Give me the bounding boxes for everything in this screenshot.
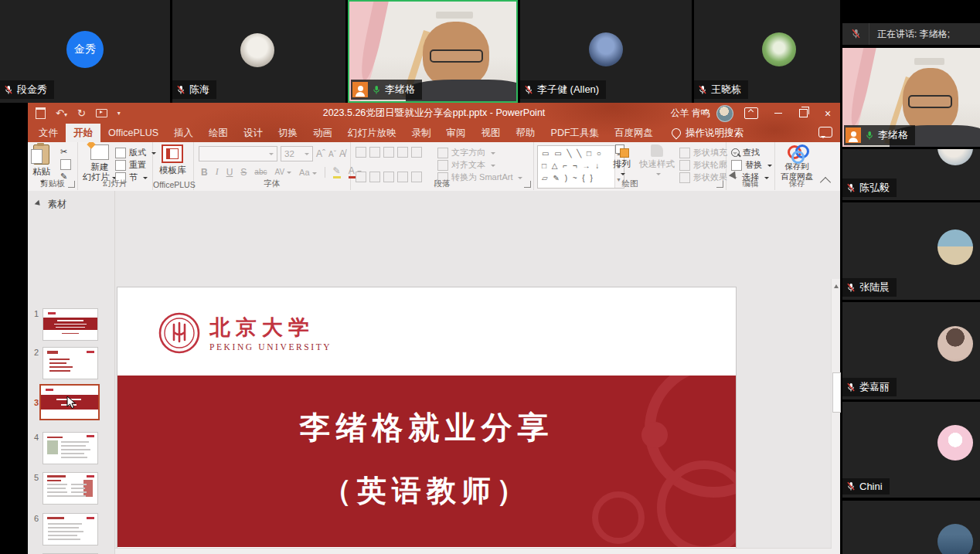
mic-muted-icon bbox=[524, 85, 533, 95]
undo-icon[interactable]: ↶▾ bbox=[56, 107, 67, 119]
decrease-indent-icon[interactable] bbox=[383, 147, 394, 158]
vertical-scrollbar[interactable] bbox=[831, 279, 840, 554]
line-spacing-icon[interactable] bbox=[411, 147, 422, 158]
baidu-netdisk-icon bbox=[787, 144, 807, 160]
tab-transitions[interactable]: 切换 bbox=[271, 124, 305, 142]
mic-muted-icon bbox=[846, 283, 856, 293]
tab-review[interactable]: 审阅 bbox=[439, 124, 474, 142]
participant-name: 李绪格 bbox=[878, 128, 908, 142]
text-direction-button[interactable]: 文字方向 bbox=[437, 147, 495, 158]
qat-customize-icon[interactable]: ▾ bbox=[117, 110, 121, 117]
shrink-font-button[interactable]: Aˇ bbox=[328, 150, 336, 158]
find-button[interactable]: 查找 bbox=[731, 147, 760, 158]
scrollbar-thumb[interactable] bbox=[832, 372, 841, 413]
video-tile-wangxiaodong[interactable]: 王晓栋 bbox=[694, 0, 840, 103]
strikethrough-button[interactable]: S bbox=[240, 167, 247, 178]
meeting-screen: 金秀 段金秀 陈海 李绪格 李子健 (Allen) bbox=[0, 0, 980, 554]
slide-title-line2[interactable]: （英语教师） bbox=[117, 471, 736, 511]
video-tile-chenhai[interactable]: 陈海 bbox=[172, 0, 345, 103]
slideshow-icon[interactable] bbox=[96, 109, 107, 117]
slide-thumbnail-5[interactable] bbox=[43, 472, 98, 505]
restore-icon[interactable] bbox=[791, 103, 815, 124]
new-slide-button[interactable]: 新建 幻灯片 bbox=[83, 144, 117, 183]
underline-button[interactable]: U bbox=[226, 167, 233, 178]
font-size-combo[interactable]: 32 bbox=[281, 146, 313, 161]
slide-thumbnail-2[interactable] bbox=[43, 347, 98, 379]
quick-styles-button[interactable]: 快速样式 bbox=[639, 144, 675, 176]
slide-thumbnail-6[interactable] bbox=[43, 513, 98, 546]
find-icon bbox=[731, 148, 740, 157]
tab-pdf-tools[interactable]: PDF工具集 bbox=[543, 124, 607, 142]
speaking-indicator-text: 正在讲话: 李绪格; bbox=[869, 28, 950, 41]
section-collapse-icon bbox=[35, 199, 45, 209]
layout-button[interactable]: 版式 bbox=[115, 147, 156, 158]
highlight-button[interactable]: ✎ bbox=[333, 165, 341, 178]
template-library-button[interactable]: 模板库 bbox=[159, 144, 186, 176]
slide-thumbnail-4[interactable] bbox=[43, 432, 98, 464]
minimize-icon[interactable] bbox=[766, 103, 791, 124]
tab-home[interactable]: 开始 bbox=[66, 124, 100, 142]
tab-slideshow[interactable]: 幻灯片放映 bbox=[340, 124, 404, 142]
sidebar-tile-lixuge[interactable]: 李绪格 bbox=[842, 48, 980, 147]
video-tile-lizijian[interactable]: 李子健 (Allen) bbox=[520, 0, 692, 103]
tell-me-search[interactable]: 操作说明搜索 bbox=[672, 124, 744, 142]
cut-button[interactable]: ✂ bbox=[60, 147, 67, 157]
video-tile-lixuge-active[interactable]: 李绪格 bbox=[348, 0, 518, 103]
font-name-combo[interactable] bbox=[199, 146, 277, 161]
tab-design[interactable]: 设计 bbox=[236, 124, 271, 142]
ppt-title-bar: ↶▾ ↻ ▾ 2023.5.26党团日暨就业分享会ppt.pptx - Powe… bbox=[28, 103, 840, 142]
tab-help[interactable]: 帮助 bbox=[509, 124, 543, 142]
participant-name-label: 李绪格 bbox=[844, 125, 915, 145]
participant-name-label: 王晓栋 bbox=[694, 80, 748, 99]
slide-canvas[interactable]: 北京大学 PEKING UNIVERSITY 李绪格就业分享 （英语教师） bbox=[117, 287, 736, 554]
align-text-button[interactable]: 对齐文本 bbox=[437, 159, 495, 171]
horizontal-scrollbar[interactable] bbox=[115, 548, 832, 554]
sidebar-tile-chenhongyi[interactable]: 陈弘毅 bbox=[842, 149, 980, 200]
collapse-ribbon-icon[interactable] bbox=[820, 177, 831, 188]
arrange-button[interactable]: 排列 bbox=[613, 144, 631, 176]
sidebar-tile-chini[interactable]: Chini bbox=[842, 402, 980, 498]
tab-officeplus[interactable]: OfficePLUS bbox=[100, 124, 166, 142]
bold-button[interactable]: B bbox=[201, 167, 208, 178]
account-name[interactable]: 公羊 肯鸣 bbox=[671, 107, 710, 120]
tab-animations[interactable]: 动画 bbox=[305, 124, 340, 142]
save-icon[interactable] bbox=[36, 107, 46, 119]
bullets-icon[interactable] bbox=[356, 147, 366, 158]
sidebar-tile-partial[interactable] bbox=[842, 501, 980, 554]
numbering-icon[interactable] bbox=[369, 147, 380, 158]
save-to-baidu-button[interactable]: 保存到 百度网盘 bbox=[781, 144, 813, 182]
copy-button[interactable] bbox=[60, 159, 71, 170]
clear-formatting-button[interactable]: A̸ bbox=[339, 148, 345, 159]
tab-record[interactable]: 录制 bbox=[404, 124, 439, 142]
increase-indent-icon[interactable] bbox=[397, 147, 408, 158]
character-spacing-button[interactable]: AV bbox=[274, 168, 291, 176]
change-case-button[interactable]: Aa bbox=[299, 168, 316, 177]
avatar bbox=[240, 33, 274, 67]
tab-draw[interactable]: 绘图 bbox=[201, 124, 236, 142]
reset-button[interactable]: 重置 bbox=[115, 159, 146, 171]
tab-view[interactable]: 视图 bbox=[474, 124, 509, 142]
slide-thumbnail-1[interactable] bbox=[43, 308, 98, 341]
shapes-row: ▭ ▭ ╲ ╲ □ ○ bbox=[542, 148, 613, 160]
workspace: 素材 1 2 bbox=[28, 191, 840, 554]
replace-button[interactable]: 替换 bbox=[731, 159, 772, 171]
section-header[interactable]: 素材 bbox=[36, 198, 66, 211]
redo-icon[interactable]: ↻ bbox=[77, 107, 86, 119]
scroll-up-icon[interactable] bbox=[832, 280, 840, 291]
slide-title-banner[interactable]: 李绪格就业分享 （英语教师） bbox=[117, 376, 736, 547]
slide-title-line1[interactable]: 李绪格就业分享 bbox=[117, 406, 736, 449]
close-icon[interactable]: × bbox=[815, 103, 840, 124]
subscript-button[interactable]: abc bbox=[254, 168, 267, 176]
tab-file[interactable]: 文件 bbox=[31, 124, 66, 142]
video-tile-duanjinxiu[interactable]: 金秀 段金秀 bbox=[0, 0, 170, 103]
avatar bbox=[937, 149, 973, 165]
grow-font-button[interactable]: Aˆ bbox=[316, 148, 325, 159]
sidebar-tile-loujiali[interactable]: 娄嘉丽 bbox=[842, 302, 980, 399]
tab-insert[interactable]: 插入 bbox=[166, 124, 201, 142]
italic-button[interactable]: I bbox=[216, 166, 219, 178]
comments-icon[interactable] bbox=[818, 127, 832, 138]
account-avatar[interactable] bbox=[716, 105, 733, 122]
tab-baidu-netdisk[interactable]: 百度网盘 bbox=[607, 124, 661, 142]
ribbon-display-options-icon[interactable] bbox=[741, 103, 766, 124]
sidebar-tile-zhangluchen[interactable]: 张陆晨 bbox=[842, 202, 980, 300]
